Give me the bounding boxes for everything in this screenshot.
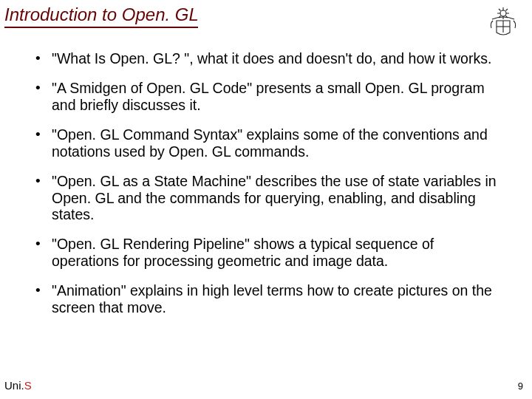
crest-icon: [486, 4, 520, 38]
footer-uni-prefix: Uni.: [4, 379, 24, 392]
title-block: Introduction to Open. GL: [4, 4, 199, 28]
slide-title: Introduction to Open. GL: [4, 4, 199, 25]
bullet-text: "Open. GL as a State Machine" describes …: [52, 173, 497, 222]
bullet-text: "A Smidgen of Open. GL Code" presents a …: [52, 80, 485, 112]
list-item: "Open. GL Rendering Pipeline" shows a ty…: [31, 236, 498, 269]
footer: Uni.S 9: [4, 379, 523, 392]
bullet-text: "What Is Open. GL? ", what it does and d…: [52, 50, 491, 66]
footer-uni-suffix: S: [24, 379, 32, 392]
page-number: 9: [518, 381, 523, 392]
list-item: "What Is Open. GL? ", what it does and d…: [31, 50, 498, 66]
title-underline: [4, 27, 198, 28]
list-item: "A Smidgen of Open. GL Code" presents a …: [31, 80, 498, 113]
footer-logo-text: Uni.S: [4, 379, 32, 392]
slide: Introduction to Open. GL "What Is Open. …: [0, 0, 532, 399]
bullet-text: "Open. GL Command Syntax" explains some …: [52, 126, 488, 159]
list-item: "Open. GL Command Syntax" explains some …: [31, 126, 498, 160]
list-item: "Animation" explains in high level terms…: [31, 282, 498, 316]
svg-point-0: [500, 10, 506, 16]
list-item: "Open. GL as a State Machine" describes …: [31, 173, 498, 222]
bullet-text: "Animation" explains in high level terms…: [52, 282, 492, 315]
header: Introduction to Open. GL: [4, 4, 525, 38]
bullet-text: "Open. GL Rendering Pipeline" shows a ty…: [52, 236, 434, 268]
bullet-list: "What Is Open. GL? ", what it does and d…: [4, 38, 525, 316]
